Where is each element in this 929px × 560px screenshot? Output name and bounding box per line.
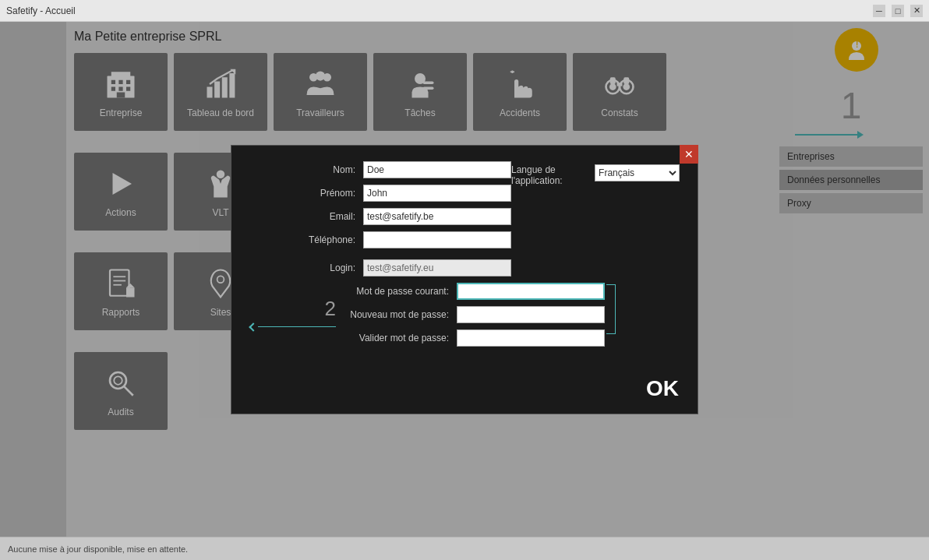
prenom-label: Prénom:	[250, 188, 363, 199]
dialog: ✕ Nom: Prénom: Email:	[231, 145, 698, 414]
password-bracket	[606, 284, 616, 334]
email-input[interactable]	[363, 208, 511, 225]
email-label: Email:	[250, 211, 363, 222]
langue-label: Langue de l'application:	[511, 164, 587, 186]
status-bar: Aucune mise à jour disponible, mise en a…	[0, 537, 929, 560]
nom-label: Nom:	[250, 164, 363, 175]
form-row-prenom: Prénom:	[250, 185, 511, 202]
step2-indicator: 2	[250, 283, 336, 330]
form-row-email: Email:	[250, 208, 511, 225]
langue-select[interactable]: Français English Nederlands	[595, 164, 680, 181]
login-input[interactable]	[363, 259, 511, 276]
dialog-top-section: Nom: Prénom: Email: Téléphone:	[250, 161, 679, 255]
step2-number: 2	[250, 297, 336, 321]
step2-arrow-container	[250, 324, 336, 330]
form-row-nom: Nom:	[250, 161, 511, 178]
title-bar-controls: ─ □ ✕	[873, 5, 923, 17]
form-row-login: Login:	[250, 259, 679, 276]
form-row-telephone: Téléphone:	[250, 231, 511, 248]
ok-button[interactable]: OK	[646, 376, 679, 401]
status-text: Aucune mise à jour disponible, mise en a…	[8, 544, 188, 554]
title-bar-text: Safetify - Accueil	[6, 5, 76, 16]
form-row-nouveau-mot-de-passe: Nouveau mot de passe:	[344, 306, 605, 323]
nouveau-mot-de-passe-label: Nouveau mot de passe:	[344, 309, 457, 320]
mot-de-passe-courant-label: Mot de passe courant:	[344, 286, 457, 297]
nom-input[interactable]	[363, 161, 511, 178]
form-row-valider-mot-de-passe: Valider mot de passe:	[344, 329, 605, 347]
close-button[interactable]: ✕	[910, 5, 923, 17]
step2-section: 2 Mot de passe courant: Nouveau mot de p…	[250, 283, 679, 353]
telephone-input[interactable]	[363, 231, 511, 248]
step2-arrow-icon	[249, 322, 257, 331]
login-label: Login:	[250, 262, 363, 273]
mot-de-passe-courant-input[interactable]	[457, 283, 605, 300]
prenom-input[interactable]	[363, 185, 511, 202]
dialog-close-button[interactable]: ✕	[680, 145, 698, 164]
modal-overlay: ✕ Nom: Prénom: Email:	[0, 22, 929, 537]
password-fields: Mot de passe courant: Nouveau mot de pas…	[344, 283, 605, 353]
valider-mot-de-passe-label: Valider mot de passe:	[344, 333, 457, 343]
dialog-body: Nom: Prénom: Email: Téléphone:	[231, 146, 698, 368]
valider-mot-de-passe-input[interactable]	[457, 329, 605, 347]
step2-arrow-line	[258, 326, 336, 327]
dialog-footer: OK	[231, 368, 698, 414]
minimize-button[interactable]: ─	[873, 5, 885, 17]
form-row-mot-de-passe-courant: Mot de passe courant:	[344, 283, 605, 300]
title-bar: Safetify - Accueil ─ □ ✕	[0, 0, 929, 22]
maximize-button[interactable]: □	[892, 5, 904, 17]
dialog-right-fields: Langue de l'application: Français Englis…	[511, 161, 680, 255]
nouveau-mot-de-passe-input[interactable]	[457, 306, 605, 323]
telephone-label: Téléphone:	[250, 234, 363, 245]
dialog-left-fields: Nom: Prénom: Email: Téléphone:	[250, 161, 511, 255]
